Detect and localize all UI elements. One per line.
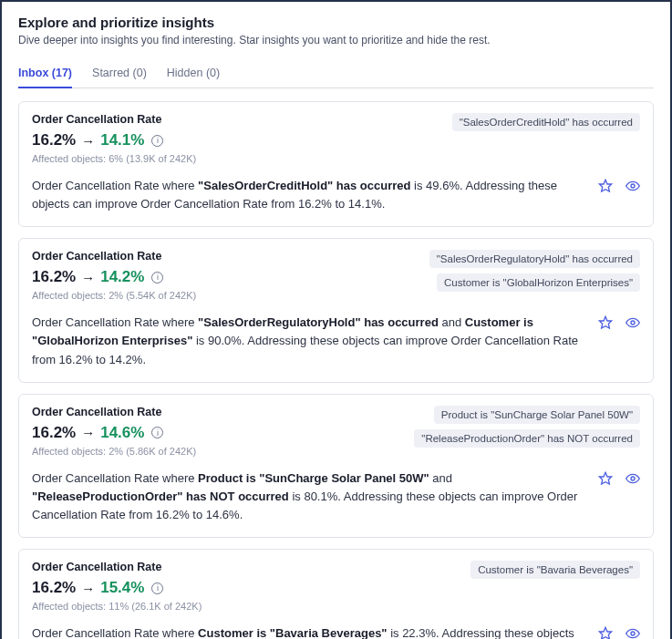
- filter-chip[interactable]: "SalesOrderRegulatoryHold" has occurred: [429, 250, 640, 268]
- insight-description: Order Cancellation Rate where Customer i…: [32, 624, 587, 639]
- filter-chips: "SalesOrderRegulatoryHold" has occurredC…: [429, 250, 640, 292]
- tab-inbox[interactable]: Inbox (17): [18, 61, 72, 88]
- affected-objects: Affected objects: 11% (26.1K of 242K): [32, 601, 460, 612]
- filter-chip[interactable]: "ReleaseProductionOrder" has NOT occurre…: [414, 429, 640, 448]
- eye-icon[interactable]: [625, 315, 640, 330]
- metric-after: 14.2%: [100, 268, 144, 286]
- arrow-icon: →: [81, 270, 95, 285]
- metric-before: 16.2%: [32, 424, 76, 442]
- metric-name: Order Cancellation Rate: [32, 406, 403, 418]
- page-subtitle: Dive deeper into insights you find inter…: [18, 34, 654, 46]
- star-icon[interactable]: [598, 626, 613, 639]
- insight-card[interactable]: Order Cancellation Rate 16.2% → 14.1% i …: [18, 101, 654, 227]
- card-actions: [598, 314, 640, 330]
- eye-icon[interactable]: [625, 471, 640, 486]
- insight-list: Order Cancellation Rate 16.2% → 14.1% i …: [18, 101, 654, 639]
- card-actions: [598, 177, 640, 193]
- info-icon[interactable]: i: [151, 427, 163, 438]
- metric-values: 16.2% → 14.2% i: [32, 268, 419, 286]
- card-actions: [598, 624, 640, 639]
- svg-point-5: [631, 477, 635, 480]
- tab-hidden[interactable]: Hidden (0): [167, 61, 220, 88]
- card-actions: [598, 469, 640, 486]
- metric-name: Order Cancellation Rate: [32, 250, 419, 263]
- filter-chip[interactable]: Product is "SunCharge Solar Panel 50W": [434, 406, 640, 424]
- svg-marker-0: [599, 180, 611, 191]
- svg-marker-6: [599, 627, 611, 639]
- metric-name: Order Cancellation Rate: [32, 561, 460, 573]
- star-icon[interactable]: [598, 179, 613, 193]
- filter-chip[interactable]: "SalesOrderCreditHold" has occurred: [452, 113, 640, 131]
- metric-before: 16.2%: [32, 579, 76, 597]
- tabs: Inbox (17) Starred (0) Hidden (0): [18, 61, 654, 88]
- arrow-icon: →: [81, 425, 95, 440]
- arrow-icon: →: [81, 133, 95, 149]
- eye-icon[interactable]: [625, 626, 640, 639]
- svg-point-1: [631, 184, 635, 188]
- metric-values: 16.2% → 14.1% i: [32, 131, 441, 149]
- filter-chips: "SalesOrderCreditHold" has occurred: [452, 113, 640, 131]
- metric-values: 16.2% → 15.4% i: [32, 579, 460, 597]
- insight-card[interactable]: Order Cancellation Rate 16.2% → 15.4% i …: [18, 549, 654, 639]
- eye-icon[interactable]: [625, 179, 640, 193]
- metric-after: 14.6%: [100, 424, 144, 442]
- metric-values: 16.2% → 14.6% i: [32, 424, 403, 442]
- insight-card[interactable]: Order Cancellation Rate 16.2% → 14.2% i …: [18, 238, 654, 382]
- metric-before: 16.2%: [32, 131, 76, 149]
- affected-objects: Affected objects: 2% (5.86K of 242K): [32, 446, 403, 457]
- affected-objects: Affected objects: 2% (5.54K of 242K): [32, 290, 419, 301]
- insight-description: Order Cancellation Rate where Product is…: [32, 469, 587, 524]
- filter-chip[interactable]: Customer is "GlobalHorizon Enterprises": [437, 273, 640, 292]
- filter-chips: Product is "SunCharge Solar Panel 50W""R…: [414, 406, 640, 448]
- svg-marker-4: [599, 472, 611, 484]
- metric-before: 16.2%: [32, 268, 76, 286]
- info-icon[interactable]: i: [151, 582, 163, 594]
- insight-description: Order Cancellation Rate where "SalesOrde…: [32, 177, 587, 213]
- info-icon[interactable]: i: [151, 272, 163, 283]
- arrow-icon: →: [81, 581, 95, 596]
- star-icon[interactable]: [598, 471, 613, 486]
- insights-panel: Explore and prioritize insights Dive dee…: [0, 0, 672, 639]
- tab-starred[interactable]: Starred (0): [92, 61, 147, 88]
- insight-card[interactable]: Order Cancellation Rate 16.2% → 14.6% i …: [18, 394, 654, 538]
- info-icon[interactable]: i: [151, 135, 163, 147]
- filter-chip[interactable]: Customer is "Bavaria Beverages": [470, 561, 640, 579]
- metric-after: 15.4%: [100, 579, 144, 597]
- affected-objects: Affected objects: 6% (13.9K of 242K): [32, 153, 441, 164]
- filter-chips: Customer is "Bavaria Beverages": [470, 561, 640, 579]
- star-icon[interactable]: [598, 315, 613, 330]
- metric-after: 14.1%: [100, 131, 144, 149]
- svg-point-7: [631, 632, 635, 635]
- svg-point-3: [631, 321, 635, 325]
- insight-description: Order Cancellation Rate where "SalesOrde…: [32, 314, 587, 368]
- page-title: Explore and prioritize insights: [18, 15, 654, 30]
- metric-name: Order Cancellation Rate: [32, 113, 441, 126]
- svg-marker-2: [599, 317, 611, 329]
